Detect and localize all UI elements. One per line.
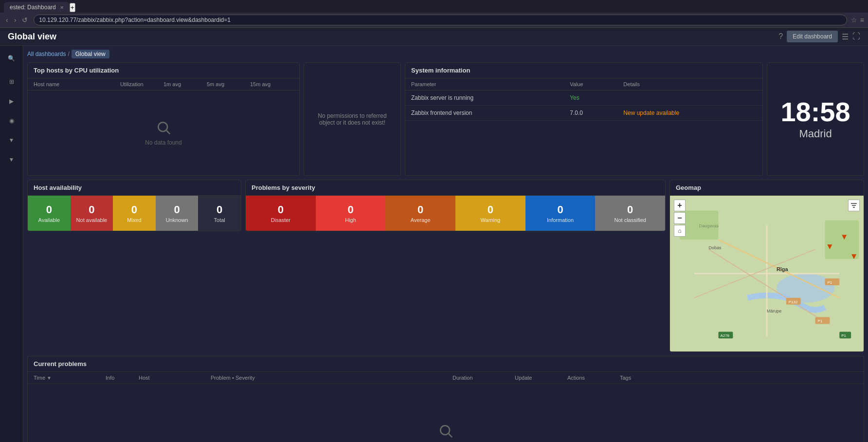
avail-bar-available[interactable]: 0 Available [28, 196, 71, 231]
problems-col-problem-severity: Problem • Severity [211, 375, 449, 381]
sidebar-nav-3[interactable]: ◉ [3, 112, 20, 129]
avail-bar-not-available[interactable]: 0 Not available [71, 196, 113, 231]
clock-city: Madrid [799, 128, 832, 140]
top-hosts-title: Top hosts by CPU utilization [28, 63, 299, 78]
browser-action-buttons: ☆ ≡ [851, 16, 864, 24]
problems-col-duration: Duration [452, 375, 511, 381]
breadcrumb-separator: / [68, 51, 69, 57]
map-svg: P132 P1 P1 A278 P1 Rīga Mārupe [670, 196, 864, 351]
avail-bar-total[interactable]: 0 Total [198, 196, 241, 231]
problems-by-severity-widget: Problems by severity 0 Disaster 0 High 0 [245, 180, 666, 231]
geomap-container[interactable]: P132 P1 P1 A278 P1 Rīga Mārupe [670, 196, 864, 351]
severity-bar-warning[interactable]: 0 Warning [455, 196, 525, 231]
avail-label-unknown: Unknown [166, 217, 188, 223]
menu-button[interactable]: ≡ [860, 16, 864, 24]
geomap-widget: Geomap [669, 180, 864, 352]
active-tab[interactable]: ested: Dashboard ✕ [4, 2, 70, 13]
back-button[interactable]: ‹ [4, 15, 10, 25]
problems-col-time[interactable]: Time ▼ [34, 375, 102, 381]
page-title: Global view [8, 32, 56, 42]
avail-count-available: 0 [46, 203, 52, 216]
avail-label-not-available: Not available [76, 217, 108, 223]
col-avg-1m: 1m avg [163, 81, 207, 87]
col-avg-5m: 5m avg [207, 81, 250, 87]
app-header-left: Global view [8, 32, 56, 42]
no-data-search-icon [156, 120, 171, 135]
severity-bar-disaster[interactable]: 0 Disaster [246, 196, 316, 231]
list-view-button[interactable]: ☰ [842, 32, 849, 41]
clock-time: 18:58 [780, 98, 850, 126]
app-header: Global view ? Edit dashboard ☰ ⛶ [0, 28, 868, 46]
sidebar-search[interactable]: 🔍 [3, 50, 20, 67]
svg-text:Rīga: Rīga [777, 266, 789, 272]
sysinfo-col-parameter: Parameter [405, 78, 564, 91]
sidebar-nav-5[interactable]: ▼ [3, 151, 20, 168]
bookmark-button[interactable]: ☆ [851, 16, 857, 24]
home-button[interactable]: ⌂ [674, 225, 686, 237]
zoom-out-button[interactable]: − [674, 212, 686, 224]
address-input[interactable] [34, 15, 847, 25]
sysinfo-param-1: Zabbix server is running [405, 91, 564, 106]
edit-dashboard-button[interactable]: Edit dashboard [787, 31, 838, 42]
avail-count-mixed: 0 [131, 203, 137, 216]
tab-bar: ested: Dashboard ✕ + [0, 0, 868, 13]
zoom-in-button[interactable]: + [674, 200, 686, 211]
add-tab-button[interactable]: + [70, 3, 75, 12]
top-hosts-table-header: Host name Utilization 1m avg 5m avg 15m … [28, 78, 299, 91]
severity-label-disaster: Disaster [271, 217, 290, 223]
severity-bar-average[interactable]: 0 Average [385, 196, 455, 231]
map-filter-button[interactable] [848, 200, 860, 211]
severity-count-high: 0 [347, 203, 353, 216]
sysinfo-col-value: Value [564, 78, 617, 91]
sidebar-nav-1[interactable]: ⊞ [3, 73, 20, 91]
svg-text:Dobas: Dobas [709, 245, 722, 250]
map-controls: + − ⌂ [674, 200, 686, 237]
severity-count-warning: 0 [488, 203, 493, 216]
sysinfo-details-2[interactable]: New update available [617, 106, 762, 121]
header-actions: ? Edit dashboard ☰ ⛶ [778, 31, 860, 42]
severity-count-information: 0 [557, 203, 563, 216]
svg-line-31 [449, 434, 452, 437]
close-tab-button[interactable]: ✕ [60, 5, 64, 10]
fullscreen-button[interactable]: ⛶ [852, 32, 860, 41]
address-bar: ‹ › ↺ ☆ ≡ [0, 13, 868, 27]
severity-label-information: Information [547, 217, 574, 223]
severity-bar-high[interactable]: 0 High [316, 196, 386, 231]
help-button[interactable]: ? [778, 32, 783, 41]
system-info-title: System information [405, 63, 762, 78]
svg-text:P1: P1 [817, 319, 822, 323]
avail-bar-mixed[interactable]: 0 Mixed [113, 196, 156, 231]
problems-col-host: Host [139, 375, 207, 381]
breadcrumb-all-dashboards[interactable]: All dashboards [27, 51, 66, 57]
host-avail-title: Host availability [28, 180, 241, 196]
svg-text:Mārupe: Mārupe [767, 309, 781, 313]
avail-count-unknown: 0 [174, 203, 180, 216]
sidebar-nav-4[interactable]: ▼ [3, 131, 20, 149]
avail-count-total: 0 [217, 203, 222, 216]
svg-line-1 [166, 130, 170, 134]
severity-bar-information[interactable]: 0 Information [525, 196, 596, 231]
reload-button[interactable]: ↺ [20, 15, 30, 25]
avail-label-total: Total [214, 217, 225, 223]
sysinfo-row-server-running: Zabbix server is running Yes [405, 91, 762, 106]
dashboard-row1: Top hosts by CPU utilization Host name U… [27, 62, 864, 176]
col-host-name: Host name [34, 81, 120, 87]
severity-count-average: 0 [417, 203, 423, 216]
avail-bar-unknown[interactable]: 0 Unknown [156, 196, 199, 231]
problems-no-data: No data found [28, 384, 864, 442]
breadcrumb: All dashboards / Global view [27, 50, 864, 58]
severity-label-warning: Warning [481, 217, 501, 223]
svg-text:P132: P132 [789, 300, 798, 304]
problems-col-actions: Actions [567, 375, 616, 381]
severity-bar-not-classified[interactable]: 0 Not classified [595, 196, 665, 231]
col-utilization: Utilization [120, 81, 163, 87]
sysinfo-param-2: Zabbix frontend version [405, 106, 564, 121]
problems-col-update: Update [515, 375, 563, 381]
avail-count-not-available: 0 [89, 203, 94, 216]
col-avg-15m: 15m avg [250, 81, 293, 87]
nav-buttons: ‹ › ↺ [4, 15, 30, 25]
sidebar-nav-2[interactable]: ▶ [3, 92, 20, 110]
problems-col-tags: Tags [620, 375, 858, 381]
svg-rect-23 [825, 221, 859, 259]
forward-button[interactable]: › [12, 15, 18, 25]
